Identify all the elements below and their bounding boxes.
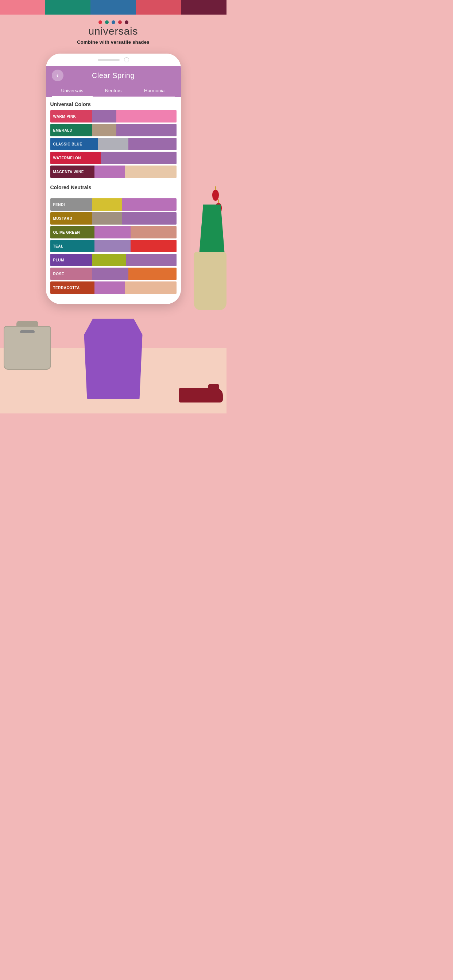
app-header: ‹ Clear Spring Universais Neutros Harmon…: [46, 66, 181, 97]
color-seg-pl-1: [92, 254, 126, 266]
color-label-emerald: EMERALD: [50, 124, 92, 136]
dot-wine: [125, 21, 128, 24]
tab-universais[interactable]: Universais: [52, 85, 93, 96]
strip-pink: [0, 0, 45, 14]
tab-neutros[interactable]: Neutros: [93, 85, 134, 96]
color-seg-pl-2: [126, 254, 177, 266]
color-row-warm-pink: WARM PINK: [50, 110, 177, 123]
color-seg-em-2: [116, 124, 177, 136]
color-seg-te-1: [94, 240, 131, 252]
color-seg-cb-1: [98, 138, 128, 150]
color-seg-mu-2: [122, 212, 177, 224]
color-row-olive-green: OLIVE GREEN: [50, 226, 177, 239]
color-row-plum: PLUM: [50, 254, 177, 266]
app-tabs: Universais Neutros Harmonia: [52, 85, 175, 97]
color-row-magenta-wine: MAGENTA WINE: [50, 165, 177, 178]
color-seg-tc-1: [94, 282, 125, 294]
color-seg-wp-2: [116, 110, 177, 123]
dot-red: [99, 21, 102, 24]
top-color-strip: [0, 0, 226, 14]
color-seg-tc-2: [125, 282, 177, 294]
color-seg-cb-2: [128, 138, 177, 150]
color-label-plum: PLUM: [50, 254, 92, 266]
color-row-teal: TEAL: [50, 240, 177, 252]
app-name: universais: [88, 25, 138, 37]
universal-colors-title: Universal Colors: [50, 101, 177, 107]
strip-red: [136, 0, 181, 14]
phone-wrapper: ‹ Clear Spring Universais Neutros Harmon…: [0, 48, 226, 304]
color-seg-fe-1: [92, 198, 123, 211]
color-row-terracotta: TERRACOTTA: [50, 282, 177, 294]
color-row-watermelon: WATERMELON: [50, 152, 177, 164]
colored-neutrals-title: Colored Neutrals: [50, 185, 177, 190]
logo-dots: [99, 21, 128, 24]
color-seg-fe-2: [122, 198, 177, 211]
back-button[interactable]: ‹: [52, 70, 64, 81]
color-label-warm-pink: WARM PINK: [50, 110, 92, 123]
color-label-magenta-wine: MAGENTA WINE: [50, 165, 95, 178]
color-seg-ro-2: [128, 267, 177, 280]
color-seg-wm-1: [100, 152, 177, 164]
tab-harmonia[interactable]: Harmonia: [134, 85, 175, 96]
dot-blue: [112, 21, 115, 24]
dot-green: [105, 21, 109, 24]
phone-camera: [124, 57, 129, 62]
color-seg-em-1: [92, 124, 116, 136]
phone-top-bar: [46, 54, 181, 66]
color-row-fendi: FENDI: [50, 198, 177, 211]
tagline: Combine with versatile shades: [77, 40, 150, 45]
color-row-mustard: MUSTARD: [50, 212, 177, 224]
color-row-classic-blue: CLASSIC BLUE: [50, 138, 177, 150]
section-spacer-1: [50, 180, 177, 185]
color-label-mustard: MUSTARD: [50, 212, 92, 224]
color-row-emerald: EMERALD: [50, 124, 177, 136]
phone-pill: [98, 59, 120, 61]
strip-wine: [181, 0, 226, 14]
bag-decoration: [4, 326, 51, 370]
color-label-olive-green: OLIVE GREEN: [50, 226, 95, 239]
color-label-fendi: FENDI: [50, 198, 92, 211]
color-row-rose: ROSE: [50, 267, 177, 280]
color-seg-wp-1: [92, 110, 116, 123]
shoes-decoration: [179, 380, 223, 402]
color-seg-ro-1: [92, 267, 128, 280]
color-label-watermelon: WATERMELON: [50, 152, 100, 164]
color-seg-te-2: [131, 240, 176, 252]
color-label-classic-blue: CLASSIC BLUE: [50, 138, 99, 150]
app-content: Universal Colors WARM PINK EMERALD CLASS…: [46, 97, 181, 304]
color-seg-og-1: [94, 226, 131, 239]
app-screen-title: Clear Spring: [64, 72, 163, 80]
color-seg-og-2: [131, 226, 176, 239]
app-header-top: ‹ Clear Spring: [52, 70, 175, 81]
phone-mockup: ‹ Clear Spring Universais Neutros Harmon…: [46, 54, 181, 304]
color-seg-mu-1: [92, 212, 123, 224]
color-label-terracotta: TERRACOTTA: [50, 282, 95, 294]
color-seg-mw-2: [125, 165, 177, 178]
color-seg-mw-1: [94, 165, 125, 178]
bottom-padding: [50, 295, 177, 300]
logo-area: universais Combine with versatile shades: [0, 14, 226, 48]
strip-blue: [91, 0, 136, 14]
strip-teal: [45, 0, 91, 14]
color-label-teal: TEAL: [50, 240, 95, 252]
section-spacer-2: [50, 193, 177, 198]
color-label-rose: ROSE: [50, 267, 92, 280]
purple-top-decoration: [84, 319, 143, 399]
dot-crimson: [118, 21, 122, 24]
cream-skirt-decoration: [194, 252, 226, 310]
